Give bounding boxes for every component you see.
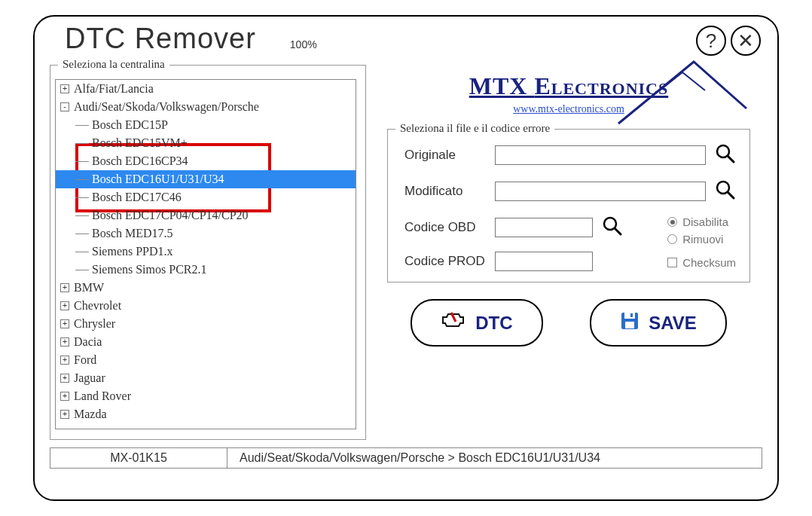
floppy-disk-icon [620,311,640,335]
expand-icon[interactable]: + [60,356,69,365]
file-fieldset-label: Seleziona il file e il codice errore [395,122,554,135]
radio-label: Disabilita [682,215,728,228]
expand-icon[interactable]: + [60,392,69,401]
codice-obd-input[interactable] [495,218,593,237]
tree-node-label: BMW [74,281,104,295]
close-button[interactable]: ✕ [731,26,761,56]
brand-url-link[interactable]: www.mtx-electronics.com [513,103,624,115]
tree-child[interactable]: Bosch EDC15P [56,116,356,134]
help-button[interactable]: ? [696,26,726,56]
tree-child[interactable]: Bosch EDC17CP04/CP14/CP20 [56,206,356,224]
tree-node-alfa[interactable]: + Alfa/Fiat/Lancia [56,80,356,98]
tree-node-jaguar[interactable]: + Jaguar [56,369,356,387]
tree-child[interactable]: Bosch EDC16CP34 [56,152,356,170]
ecu-select-panel: Seleziona la centralina + Alfa/Fiat/Lanc… [50,65,366,440]
tree-node-label: Chevrolet [74,299,121,313]
search-icon[interactable] [715,179,736,203]
radio-icon [667,217,677,227]
originale-input[interactable] [495,145,706,165]
expand-icon[interactable]: + [60,283,69,292]
ecu-fieldset-label: Seleziona la centralina [58,58,169,71]
app-title: DTC Remover [65,23,256,55]
tree-node-label: Ford [74,353,96,367]
status-model: MX-01K15 [50,448,227,468]
tree-child-label: Bosch EDC16CP34 [92,154,188,168]
tree-node-label: Jaguar [74,371,105,385]
status-path: Audi/Seat/Skoda/Volkswagen/Porsche > Bos… [227,448,762,468]
checkbox-label: Checksum [682,256,736,269]
tree-node-label: Mazda [74,408,107,421]
expand-icon[interactable]: + [60,84,69,93]
brand-name-post: Electronics [534,72,668,99]
tree-child-label: Bosch MED17.5 [92,227,173,240]
checkbox-checksum[interactable]: Checksum [667,256,736,269]
tree-child[interactable]: Bosch EDC17C46 [56,188,356,206]
ecu-treeview[interactable]: + Alfa/Fiat/Lancia - Audi/Seat/Skoda/Vol… [55,79,356,429]
expand-icon[interactable]: + [60,374,69,383]
codice-obd-label: Codice OBD [404,220,495,235]
search-icon[interactable] [602,215,623,240]
tree-child-label: Siemens Simos PCR2.1 [92,263,206,276]
tree-child[interactable]: Siemens Simos PCR2.1 [56,261,356,279]
progress-label: 100% [290,38,317,50]
save-button-label: SAVE [649,313,697,334]
search-icon[interactable] [715,143,736,167]
expand-icon[interactable]: + [60,319,69,328]
file-error-group: Seleziona il file e il codice errore Ori… [387,129,750,282]
tree-node-label: Audi/Seat/Skoda/Volkswagen/Porsche [74,100,259,114]
main-window: DTC Remover 100% ? ✕ Seleziona la centra… [33,15,779,501]
expand-icon[interactable]: + [60,337,69,347]
originale-label: Originale [404,148,495,163]
modificato-input[interactable] [495,182,706,201]
tree-node-label: Dacia [74,335,102,349]
tree-node-chevrolet[interactable]: + Chevrolet [56,297,356,315]
tree-child[interactable]: Siemens PPD1.x [56,243,356,261]
engine-icon [441,310,466,336]
svg-rect-9 [630,313,633,317]
tree-node-landrover[interactable]: + Land Rover [56,387,356,405]
radio-disabilita[interactable]: Disabilita [667,215,736,228]
brand-name-pre: MTX [469,72,535,99]
svg-line-5 [615,228,621,234]
codice-prod-input[interactable] [495,252,593,271]
expand-icon[interactable]: + [60,301,69,310]
radio-label: Rimuovi [682,233,723,246]
tree-node-ford[interactable]: + Ford [56,351,356,369]
codice-prod-label: Codice PROD [404,254,495,269]
brand-logo: MTX Electronics [469,72,668,100]
tree-node-chrysler[interactable]: + Chrysler [56,315,356,333]
tree-child-selected[interactable]: Bosch EDC16U1/U31/U34 [56,170,356,188]
tree-child-label: Bosch EDC17C46 [92,191,182,204]
tree-node-label: Land Rover [74,389,131,403]
options-column: Disabilita Rimuovi Checksum [667,215,736,269]
tree-child-label: Bosch EDC17CP04/CP14/CP20 [92,209,249,222]
svg-line-3 [728,192,734,198]
dtc-button[interactable]: DTC [411,299,542,347]
tree-child-label: Bosch EDC16U1/U31/U34 [92,173,224,186]
status-bar: MX-01K15 Audi/Seat/Skoda/Volkswagen/Pors… [50,447,762,469]
expand-icon[interactable]: + [60,410,69,419]
checkbox-icon [667,258,677,267]
tree-child-label: Bosch EDC15VM+ [92,136,188,150]
tree-child[interactable]: Bosch EDC15VM+ [56,134,356,152]
tree-node-bmw[interactable]: + BMW [56,279,356,297]
save-button[interactable]: SAVE [590,299,727,347]
svg-line-1 [728,156,734,162]
right-panel: MTX Electronics www.mtx-electronics.com … [375,65,762,440]
dtc-button-label: DTC [475,313,512,334]
tree-node-label: Alfa/Fiat/Lancia [74,82,154,96]
tree-node-audi[interactable]: - Audi/Seat/Skoda/Volkswagen/Porsche [56,98,356,116]
tree-node-mazda[interactable]: + Mazda [56,405,356,423]
radio-icon [667,234,677,244]
brand-area: MTX Electronics www.mtx-electronics.com [387,72,750,115]
collapse-icon[interactable]: - [60,102,69,111]
svg-rect-8 [625,322,634,328]
svg-rect-7 [624,313,635,319]
tree-child[interactable]: Bosch MED17.5 [56,224,356,243]
tree-child-label: Siemens PPD1.x [92,245,173,258]
modificato-label: Modificato [404,184,495,199]
tree-node-dacia[interactable]: + Dacia [56,333,356,351]
tree-child-label: Bosch EDC15P [92,118,168,132]
radio-rimuovi[interactable]: Rimuovi [667,233,736,246]
tree-node-label: Chrysler [74,317,115,331]
